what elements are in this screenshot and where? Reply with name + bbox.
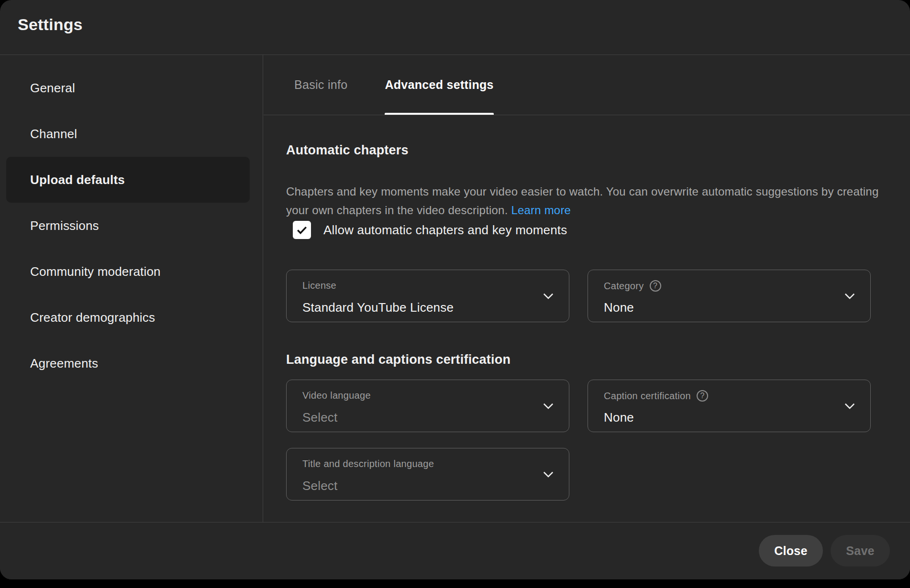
check-icon bbox=[295, 223, 309, 237]
learn-more-link[interactable]: Learn more bbox=[511, 204, 571, 217]
video-language-dropdown[interactable]: Video language Select bbox=[286, 380, 569, 432]
chevron-down-icon bbox=[540, 466, 556, 482]
automatic-chapters-description: Chapters and key moments make your video… bbox=[286, 182, 891, 219]
title-description-language-dropdown[interactable]: Title and description language Select bbox=[286, 448, 569, 501]
video-language-label-row: Video language bbox=[302, 390, 371, 401]
caption-certification-label: Caption certification bbox=[604, 391, 691, 402]
dialog-header: Settings bbox=[0, 0, 910, 55]
video-language-label: Video language bbox=[302, 390, 371, 401]
allow-automatic-chapters-checkbox[interactable] bbox=[293, 221, 311, 239]
license-dropdown[interactable]: License Standard YouTube License bbox=[286, 270, 569, 322]
section-heading-automatic-chapters: Automatic chapters bbox=[286, 143, 409, 158]
caption-certification-value: None bbox=[604, 410, 634, 425]
tab-bar: Basic info Advanced settings bbox=[264, 55, 910, 115]
checkbox-label: Allow automatic chapters and key moments bbox=[323, 223, 567, 238]
title-description-language-label-row: Title and description language bbox=[302, 458, 434, 469]
section-heading-language-captions: Language and captions certification bbox=[286, 352, 510, 367]
active-tab-underline bbox=[385, 113, 493, 115]
save-button[interactable]: Save bbox=[831, 535, 890, 566]
help-icon[interactable]: ? bbox=[650, 280, 661, 292]
chevron-down-icon bbox=[540, 288, 556, 304]
title-description-language-value: Select bbox=[302, 479, 337, 493]
description-text: Chapters and key moments make your video… bbox=[286, 185, 878, 217]
category-label: Category bbox=[604, 281, 644, 292]
sidebar-item-general[interactable]: General bbox=[0, 65, 263, 111]
tab-advanced-settings-label: Advanced settings bbox=[385, 78, 493, 92]
video-language-value: Select bbox=[302, 410, 337, 425]
help-icon[interactable]: ? bbox=[697, 390, 708, 402]
allow-automatic-chapters-row: Allow automatic chapters and key moments bbox=[293, 221, 567, 239]
sidebar-item-creator-demographics[interactable]: Creator demographics bbox=[0, 294, 263, 340]
chevron-down-icon bbox=[842, 288, 858, 304]
content-panel: Basic info Advanced settings Automatic c… bbox=[264, 55, 910, 522]
sidebar-item-channel[interactable]: Channel bbox=[0, 111, 263, 157]
license-value: Standard YouTube License bbox=[302, 300, 454, 315]
sidebar-item-upload-defaults[interactable]: Upload defaults bbox=[6, 157, 250, 203]
chevron-down-icon bbox=[842, 398, 858, 414]
close-button[interactable]: Close bbox=[759, 535, 823, 566]
sidebar-item-permissions[interactable]: Permissions bbox=[0, 203, 263, 249]
caption-certification-dropdown[interactable]: Caption certification ? None bbox=[588, 380, 871, 432]
settings-dialog: Settings General Channel Upload defaults… bbox=[0, 0, 910, 579]
caption-certification-label-row: Caption certification ? bbox=[604, 390, 708, 402]
sidebar-item-agreements[interactable]: Agreements bbox=[0, 340, 263, 386]
sidebar-item-community-moderation[interactable]: Community moderation bbox=[0, 249, 263, 294]
page-title: Settings bbox=[18, 15, 83, 34]
dialog-footer: Close Save bbox=[0, 522, 910, 579]
category-dropdown[interactable]: Category ? None bbox=[588, 270, 871, 322]
settings-nav: General Channel Upload defaults Permissi… bbox=[0, 55, 263, 522]
license-label-row: License bbox=[302, 280, 336, 291]
category-value: None bbox=[604, 300, 634, 315]
category-label-row: Category ? bbox=[604, 280, 661, 292]
chevron-down-icon bbox=[540, 398, 556, 414]
tab-basic-info[interactable]: Basic info bbox=[294, 55, 347, 115]
tab-advanced-settings[interactable]: Advanced settings bbox=[385, 55, 493, 115]
title-description-language-label: Title and description language bbox=[302, 458, 434, 469]
tab-basic-info-label: Basic info bbox=[294, 78, 347, 92]
license-label: License bbox=[302, 280, 336, 291]
